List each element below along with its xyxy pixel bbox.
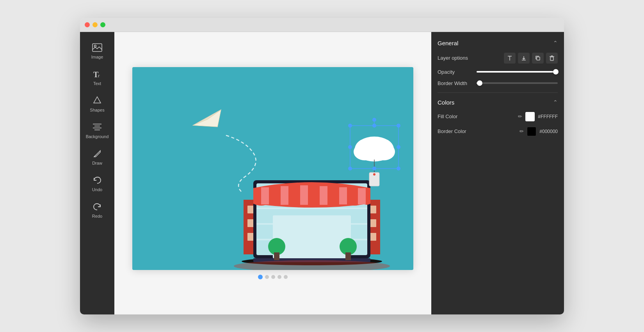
sidebar-label-image: Image	[91, 55, 103, 59]
svg-point-48	[354, 143, 375, 160]
general-section-header: General ⌃	[438, 40, 558, 46]
draw-icon	[92, 148, 103, 159]
svg-rect-38	[320, 186, 327, 205]
canvas-image	[132, 67, 413, 270]
undo-icon	[92, 175, 103, 186]
app-window: Image T r Text Shapes	[80, 18, 564, 314]
canvas-area	[114, 32, 431, 314]
border-color-hex: #000000	[539, 129, 558, 134]
svg-rect-67	[537, 57, 540, 60]
general-chevron-icon[interactable]: ⌃	[553, 40, 558, 46]
sidebar-item-draw[interactable]: Draw	[83, 144, 111, 169]
fill-color-row: Fill Color ✏ #FFFFFF	[438, 112, 558, 121]
titlebar-dots	[85, 22, 105, 27]
scroll-dot-5[interactable]	[284, 275, 288, 279]
sidebar-item-text[interactable]: T r Text	[83, 65, 111, 90]
sidebar-item-undo[interactable]: Undo	[83, 171, 111, 196]
sidebar-label-draw: Draw	[92, 161, 102, 165]
general-section: General ⌃ Layer options	[438, 40, 558, 93]
layer-icon-text[interactable]	[504, 53, 516, 64]
layer-icon-download[interactable]	[518, 53, 530, 64]
scroll-dot-1[interactable]	[258, 275, 263, 279]
shapes-icon	[92, 95, 103, 106]
right-panel: General ⌃ Layer options	[431, 32, 564, 314]
dot-close[interactable]	[85, 22, 90, 27]
titlebar	[80, 18, 564, 32]
svg-point-53	[372, 118, 376, 122]
svg-rect-0	[93, 44, 102, 51]
sidebar-item-shapes[interactable]: Shapes	[83, 91, 111, 116]
sidebar: Image T r Text Shapes	[80, 32, 114, 314]
sidebar-label-text: Text	[93, 81, 101, 86]
svg-text:r: r	[98, 73, 100, 78]
sidebar-item-redo[interactable]: Redo	[83, 197, 111, 222]
colors-section-header: Colors ⌃	[438, 99, 558, 106]
text-icon: T r	[92, 69, 103, 80]
border-color-row: Border Color ✏ #000000	[438, 127, 558, 136]
border-color-label: Border Color	[438, 128, 477, 134]
scroll-dots	[258, 275, 288, 279]
background-icon	[92, 122, 103, 133]
svg-rect-35	[261, 187, 269, 204]
opacity-label: Opacity	[438, 69, 477, 75]
layer-options-label: Layer options	[438, 55, 477, 61]
svg-rect-37	[300, 185, 308, 205]
border-width-row: Border Width	[438, 80, 558, 86]
border-width-slider[interactable]	[477, 82, 558, 84]
sidebar-label-undo: Undo	[92, 187, 102, 192]
svg-rect-43	[274, 252, 279, 260]
sidebar-item-image[interactable]: Image	[83, 38, 111, 63]
border-color-pencil-icon[interactable]: ✏	[519, 128, 524, 134]
svg-point-49	[373, 143, 395, 160]
border-color-controls: ✏ #000000	[519, 127, 558, 136]
border-width-label: Border Width	[438, 80, 477, 86]
svg-rect-36	[281, 186, 288, 205]
sidebar-label-background: Background	[86, 134, 109, 139]
redo-icon	[92, 201, 103, 212]
svg-rect-30	[256, 208, 367, 209]
general-title: General	[438, 40, 458, 46]
svg-rect-40	[358, 188, 366, 204]
layer-options-icons	[504, 53, 558, 64]
colors-section: Colors ⌃ Fill Color ✏ #FFFFFF Border Col…	[438, 99, 558, 142]
colors-title: Colors	[438, 99, 454, 106]
svg-point-1	[94, 45, 96, 47]
border-color-swatch[interactable]	[527, 127, 536, 136]
app-body: Image T r Text Shapes	[80, 32, 564, 314]
fill-color-pencil-icon[interactable]: ✏	[518, 114, 522, 119]
dot-minimize[interactable]	[93, 22, 98, 27]
fill-color-label: Fill Color	[438, 114, 477, 119]
colors-chevron-icon[interactable]: ⌃	[553, 99, 558, 105]
scroll-dot-3[interactable]	[271, 275, 275, 279]
fill-color-swatch[interactable]	[525, 112, 535, 121]
svg-rect-68	[550, 57, 553, 60]
layer-icon-delete[interactable]	[546, 53, 558, 64]
layer-icon-copy[interactable]	[532, 53, 544, 64]
svg-point-52	[373, 173, 375, 176]
scroll-dot-4[interactable]	[278, 275, 281, 279]
canvas-wrapper[interactable]	[132, 67, 413, 270]
fill-color-controls: ✏ #FFFFFF	[518, 112, 558, 121]
sidebar-label-redo: Redo	[92, 214, 102, 218]
layer-options-row: Layer options	[438, 53, 558, 64]
opacity-row: Opacity	[438, 69, 558, 75]
scroll-dot-2[interactable]	[265, 275, 269, 279]
svg-rect-45	[345, 252, 351, 260]
fill-color-hex: #FFFFFF	[538, 114, 558, 119]
svg-rect-41	[273, 215, 351, 258]
sidebar-label-shapes: Shapes	[90, 108, 104, 112]
opacity-slider[interactable]	[477, 71, 558, 73]
sidebar-item-background[interactable]: Background	[83, 118, 111, 143]
svg-marker-4	[94, 97, 101, 103]
svg-rect-39	[339, 187, 347, 204]
image-icon	[92, 42, 103, 53]
dot-maximize[interactable]	[100, 22, 105, 27]
